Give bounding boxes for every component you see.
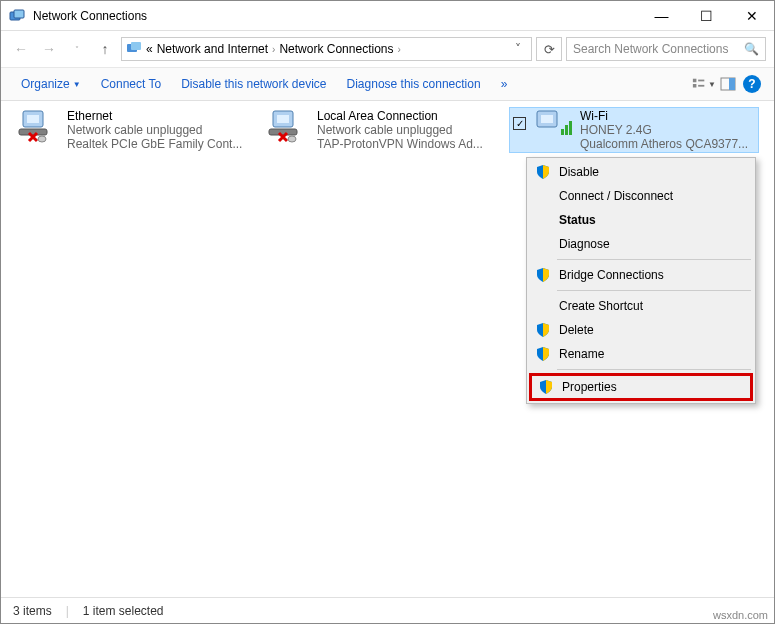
more-button[interactable]: »	[491, 73, 518, 95]
organize-menu[interactable]: Organize ▼	[11, 73, 91, 95]
connection-local-area[interactable]: Local Area Connection Network cable unpl…	[259, 107, 509, 153]
svg-rect-15	[277, 115, 289, 123]
connection-name: Ethernet	[67, 109, 255, 123]
ctx-shortcut[interactable]: Create Shortcut	[529, 294, 753, 318]
ctx-properties[interactable]: Properties	[529, 373, 753, 401]
search-placeholder: Search Network Connections	[573, 42, 728, 56]
shield-icon	[535, 267, 551, 283]
svg-rect-20	[561, 129, 564, 135]
watermark: wsxdn.com	[713, 609, 768, 621]
toolbar: Organize ▼ Connect To Disable this netwo…	[1, 67, 774, 101]
shield-icon	[535, 322, 551, 338]
status-bar: 3 items | 1 item selected	[1, 597, 774, 623]
svg-point-17	[288, 136, 296, 142]
status-divider: |	[66, 604, 69, 618]
item-count: 3 items	[13, 604, 52, 618]
shield-icon	[535, 346, 551, 362]
shield-icon	[535, 164, 551, 180]
ctx-status[interactable]: Status	[529, 208, 753, 232]
diagnose-button[interactable]: Diagnose this connection	[337, 73, 491, 95]
connection-device: Qualcomm Atheros QCA9377...	[580, 137, 755, 151]
ctx-disable[interactable]: Disable	[529, 160, 753, 184]
ctx-separator	[557, 290, 751, 291]
connection-name: Wi-Fi	[580, 109, 755, 123]
svg-rect-22	[569, 121, 572, 135]
chevron-right-icon[interactable]: ›	[272, 44, 275, 55]
chevron-right-icon[interactable]: ›	[398, 44, 401, 55]
context-menu: Disable Connect / Disconnect Status Diag…	[526, 157, 756, 404]
connection-status: HONEY 2.4G	[580, 123, 755, 137]
connection-ethernet[interactable]: Ethernet Network cable unplugged Realtek…	[9, 107, 259, 153]
help-button[interactable]: ?	[740, 72, 764, 96]
svg-rect-11	[27, 115, 39, 123]
selected-count: 1 item selected	[83, 604, 164, 618]
chevron-down-icon: ▼	[73, 80, 81, 89]
ctx-diagnose[interactable]: Diagnose	[529, 232, 753, 256]
search-input[interactable]: Search Network Connections 🔍	[566, 37, 766, 61]
title-bar: Network Connections — ☐ ✕	[1, 1, 774, 31]
ctx-rename[interactable]: Rename	[529, 342, 753, 366]
app-icon	[9, 8, 25, 24]
close-button[interactable]: ✕	[729, 1, 774, 30]
recent-dropdown[interactable]: ˅	[65, 37, 89, 61]
svg-rect-19	[541, 115, 553, 123]
svg-rect-9	[729, 78, 735, 90]
error-x-icon	[277, 131, 297, 147]
breadcrumb-2[interactable]: Network Connections	[279, 42, 393, 56]
connect-to-button[interactable]: Connect To	[91, 73, 172, 95]
back-button[interactable]: ←	[9, 37, 33, 61]
svg-rect-7	[698, 85, 704, 87]
svg-rect-4	[693, 79, 697, 83]
svg-rect-1	[14, 10, 24, 18]
connection-status: Network cable unplugged	[67, 123, 255, 137]
ctx-bridge[interactable]: Bridge Connections	[529, 263, 753, 287]
help-icon: ?	[743, 75, 761, 93]
svg-rect-6	[698, 80, 704, 82]
wifi-adapter-icon	[533, 109, 573, 137]
address-bar: ← → ˅ ↑ « Network and Internet › Network…	[1, 31, 774, 67]
breadcrumb-prefix: «	[146, 42, 153, 56]
connection-device: TAP-ProtonVPN Windows Ad...	[317, 137, 505, 151]
window-title: Network Connections	[33, 9, 639, 23]
content-area: Ethernet Network cable unplugged Realtek…	[1, 101, 774, 159]
connection-status: Network cable unplugged	[317, 123, 505, 137]
address-box[interactable]: « Network and Internet › Network Connect…	[121, 37, 532, 61]
folder-icon	[126, 40, 142, 59]
search-icon: 🔍	[744, 42, 759, 56]
svg-rect-21	[565, 125, 568, 135]
disable-device-button[interactable]: Disable this network device	[171, 73, 336, 95]
forward-button[interactable]: →	[37, 37, 61, 61]
ctx-delete[interactable]: Delete	[529, 318, 753, 342]
svg-point-13	[38, 136, 46, 142]
refresh-button[interactable]: ⟳	[536, 37, 562, 61]
view-options-icon[interactable]: ▼	[692, 72, 716, 96]
svg-rect-3	[131, 42, 141, 50]
selection-checkbox[interactable]: ✓	[513, 117, 526, 130]
preview-pane-icon[interactable]	[716, 72, 740, 96]
breadcrumb-1[interactable]: Network and Internet	[157, 42, 268, 56]
connection-wifi[interactable]: ✓ Wi-Fi HONEY 2.4G Qualcomm Atheros QCA9…	[509, 107, 759, 153]
shield-icon	[538, 379, 554, 395]
minimize-button[interactable]: —	[639, 1, 684, 30]
up-button[interactable]: ↑	[93, 37, 117, 61]
connection-name: Local Area Connection	[317, 109, 505, 123]
svg-rect-5	[693, 84, 697, 88]
ctx-connect[interactable]: Connect / Disconnect	[529, 184, 753, 208]
ctx-separator	[557, 369, 751, 370]
maximize-button[interactable]: ☐	[684, 1, 729, 30]
ctx-separator	[557, 259, 751, 260]
connection-device: Realtek PCIe GbE Family Cont...	[67, 137, 255, 151]
error-x-icon	[27, 131, 47, 147]
address-dropdown[interactable]: ˅	[509, 42, 527, 56]
